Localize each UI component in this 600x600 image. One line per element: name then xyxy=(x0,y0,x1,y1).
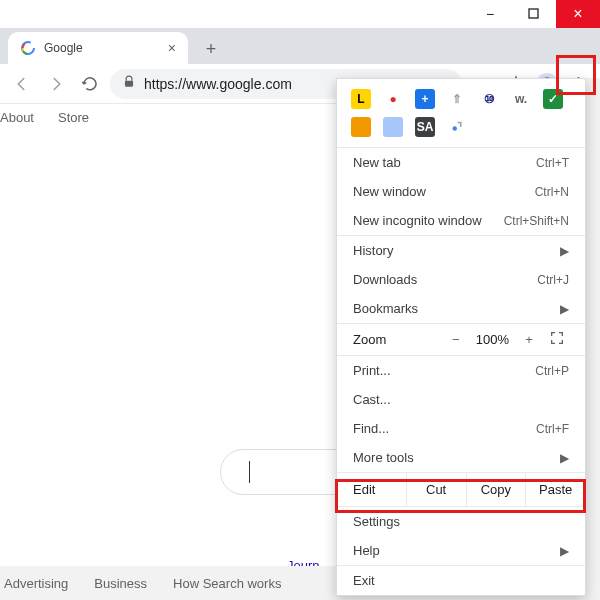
menu-new-tab[interactable]: New tabCtrl+T xyxy=(337,148,585,177)
menu-help[interactable]: Help▶ xyxy=(337,536,585,565)
tab-title: Google xyxy=(44,41,160,55)
ext-icon[interactable]: + xyxy=(415,89,435,109)
menu-more-tools[interactable]: More tools▶ xyxy=(337,443,585,472)
ext-icon[interactable]: ✓ xyxy=(543,89,563,109)
menu-downloads[interactable]: DownloadsCtrl+J xyxy=(337,265,585,294)
edit-label: Edit xyxy=(337,473,406,506)
menu-edit-row: Edit Cut Copy Paste xyxy=(337,473,585,506)
menu-cut[interactable]: Cut xyxy=(406,473,466,506)
ext-icon[interactable] xyxy=(351,117,371,137)
tab-google[interactable]: Google × xyxy=(8,32,188,64)
back-button[interactable] xyxy=(8,70,36,98)
ext-icon[interactable] xyxy=(383,117,403,137)
nav-about[interactable]: About xyxy=(0,110,34,125)
arrow-right-icon xyxy=(47,75,65,93)
footer-advertising[interactable]: Advertising xyxy=(4,576,68,591)
url-text: https://www.google.com xyxy=(144,76,292,92)
fullscreen-button[interactable] xyxy=(549,330,569,349)
ext-icon[interactable]: ● xyxy=(383,89,403,109)
menu-new-incognito[interactable]: New incognito windowCtrl+Shift+N xyxy=(337,206,585,235)
menu-copy[interactable]: Copy xyxy=(466,473,526,506)
zoom-in-button[interactable]: + xyxy=(519,332,539,347)
menu-paste[interactable]: Paste xyxy=(525,473,585,506)
ext-icon[interactable] xyxy=(447,117,467,137)
zoom-label: Zoom xyxy=(353,332,436,347)
menu-cast[interactable]: Cast... xyxy=(337,385,585,414)
ext-icon[interactable]: ⇑ xyxy=(447,89,467,109)
forward-button[interactable] xyxy=(42,70,70,98)
close-window-button[interactable]: × xyxy=(556,0,600,28)
menu-settings[interactable]: Settings xyxy=(337,507,585,536)
ext-icon[interactable]: w. xyxy=(511,89,531,109)
extensions-row-1: L ● + ⇑ ⑩ w. ✓ xyxy=(337,79,585,115)
reload-icon xyxy=(81,75,99,93)
menu-history[interactable]: History▶ xyxy=(337,236,585,265)
menu-zoom: Zoom − 100% + xyxy=(337,324,585,355)
window-titlebar: − × xyxy=(0,0,600,28)
chrome-menu: L ● + ⇑ ⑩ w. ✓ SA New tabCtrl+T New wind… xyxy=(336,78,586,596)
menu-find[interactable]: Find...Ctrl+F xyxy=(337,414,585,443)
ext-icon[interactable]: ⑩ xyxy=(479,89,499,109)
ext-icon[interactable]: SA xyxy=(415,117,435,137)
footer-how-search-works[interactable]: How Search works xyxy=(173,576,281,591)
zoom-out-button[interactable]: − xyxy=(446,332,466,347)
footer-business[interactable]: Business xyxy=(94,576,147,591)
scrollbar[interactable] xyxy=(586,78,600,566)
menu-print[interactable]: Print...Ctrl+P xyxy=(337,356,585,385)
svg-rect-0 xyxy=(529,9,538,18)
minimize-button[interactable]: − xyxy=(468,0,512,28)
zoom-value: 100% xyxy=(476,332,509,347)
fullscreen-icon xyxy=(549,330,565,346)
svg-rect-2 xyxy=(125,81,133,87)
nav-store[interactable]: Store xyxy=(58,110,89,125)
ext-icon[interactable]: L xyxy=(351,89,371,109)
new-tab-button[interactable]: + xyxy=(196,34,226,64)
maximize-icon xyxy=(527,7,541,21)
svg-point-5 xyxy=(453,126,458,131)
arrow-left-icon xyxy=(13,75,31,93)
menu-new-window[interactable]: New windowCtrl+N xyxy=(337,177,585,206)
lock-icon xyxy=(122,75,136,92)
reload-button[interactable] xyxy=(76,70,104,98)
tab-close-icon[interactable]: × xyxy=(168,40,176,56)
favicon-google-icon xyxy=(20,40,36,56)
tab-strip: Google × + xyxy=(0,28,600,64)
text-caret xyxy=(249,461,250,483)
maximize-button[interactable] xyxy=(512,0,556,28)
menu-bookmarks[interactable]: Bookmarks▶ xyxy=(337,294,585,323)
menu-exit[interactable]: Exit xyxy=(337,566,585,595)
extensions-row-2: SA xyxy=(337,115,585,147)
